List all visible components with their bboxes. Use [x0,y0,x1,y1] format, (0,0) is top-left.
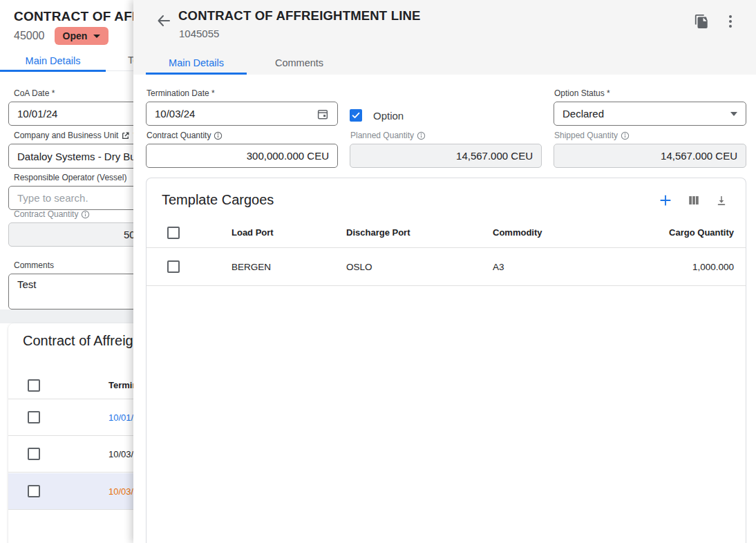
chevron-down-icon [93,35,100,38]
more-options-button[interactable] [721,12,740,31]
add-cargo-button[interactable] [659,193,672,207]
planned-quantity-input: 14,567.000 CEU [350,144,542,168]
chevron-down-icon [730,112,737,116]
option-status-label: Option Status * [554,88,746,98]
termination-date-label: Termination Date * [147,88,338,98]
tab-main-details[interactable]: Main Details [146,51,247,75]
cell-load-port: BERGEN [231,262,346,272]
panel-title: CONTRACT OF AFFREIGHTMENT LINE [178,8,421,23]
panel-content: Termination Date * 10/03/24 Option Optio… [133,75,756,543]
planned-quantity-label-text: Planned Quantity [350,131,414,140]
info-icon [81,210,90,219]
planned-quantity-label: Planned Quantity [350,131,542,140]
table-row[interactable]: BERGEN OSLO A3 1,000.000 [147,248,746,286]
coa-date-value: 10/01/24 [17,108,57,120]
plus-icon [659,193,672,207]
template-cargoes-header-row: Load Port Discharge Port Commodity Cargo… [147,218,746,248]
termination-date-value: 10/03/24 [155,108,195,120]
row-checkbox[interactable] [28,485,40,497]
panel-header: CONTRACT OF AFFREIGHTMENT LINE 1045055 M… [133,0,756,75]
option-checkbox-label: Option [373,110,404,122]
contract-quantity-input[interactable]: 300,000.000 CEU [146,144,338,168]
columns-icon [688,194,700,207]
coa-line-panel: CONTRACT OF AFFREIGHTMENT LINE 1045055 M… [133,0,756,543]
check-icon [351,111,361,120]
option-checkbox[interactable] [350,109,362,122]
col-load-port: Load Port [231,227,346,238]
row-checkbox[interactable] [28,448,40,460]
status-badge-label: Open [63,30,88,41]
shipped-quantity-label: Shipped Quantity [554,131,746,140]
row-checkbox[interactable] [167,260,180,273]
option-checkbox-row: Option [350,105,542,126]
option-status-select[interactable]: Declared [554,102,746,126]
company-value: Dataloy Systems - Dry Bulk [17,151,144,162]
shipped-quantity-label-text: Shipped Quantity [554,131,618,140]
cell-cargo-quantity: 1,000.000 [623,262,734,272]
responsible-operator-placeholder: Type to search. [17,192,88,204]
panel-subtitle: 1045055 [179,28,219,39]
info-icon [214,131,223,140]
row-date[interactable]: 10/03/ [108,449,133,459]
record-id: 45000 [14,30,45,42]
template-cargoes-card: Template Cargoes Load Port Discharge [146,178,746,543]
info-icon [621,131,630,140]
tab-comments[interactable]: Comments [247,51,352,75]
select-all-checkbox[interactable] [28,379,40,392]
col-commodity: Commodity [493,227,623,238]
row-date-link[interactable]: 10/03/ [108,486,133,497]
tab-main-details[interactable]: Main Details [0,50,106,71]
column-settings-button[interactable] [688,194,700,207]
planned-quantity-value: 14,567.000 CEU [359,150,533,162]
panel-tab-bar: Main Details Comments [146,51,352,75]
bp-contract-quantity-label-text: Contract Quantity [14,209,78,219]
contract-quantity-label-text: Contract Quantity [147,131,211,140]
shipped-quantity-input: 14,567.000 CEU [554,144,746,168]
termination-date-input[interactable]: 10/03/24 [146,102,338,126]
kebab-icon [729,15,732,28]
col-cargo-quantity: Cargo Quantity [623,227,734,238]
row-date-link[interactable]: 10/01/ [108,412,133,423]
template-cargoes-title: Template Cargoes [162,192,274,208]
launch-icon[interactable] [121,131,130,140]
status-badge[interactable]: Open [55,27,109,45]
col-discharge-port: Discharge Port [346,227,493,238]
coa-lines-card-title: Contract of Affreight [23,333,144,349]
cell-discharge-port: OSLO [346,262,493,272]
back-button[interactable] [154,11,173,30]
row-checkbox[interactable] [28,411,40,423]
calendar-icon[interactable] [316,108,329,120]
contract-quantity-label: Contract Quantity [147,131,338,140]
company-label-text: Company and Business Unit [14,131,118,140]
info-icon [417,131,426,140]
select-all-checkbox[interactable] [167,227,180,239]
arrow-left-icon [155,12,172,29]
cell-commodity: A3 [493,262,623,272]
comments-value: Test [17,278,37,290]
download-button[interactable] [715,194,728,207]
copy-button[interactable] [692,12,711,31]
download-icon [715,194,728,207]
contract-quantity-value: 300,000.000 CEU [155,150,329,162]
option-status-value: Declared [563,108,604,120]
shipped-quantity-value: 14,567.000 CEU [563,150,737,162]
copy-icon [694,14,709,29]
